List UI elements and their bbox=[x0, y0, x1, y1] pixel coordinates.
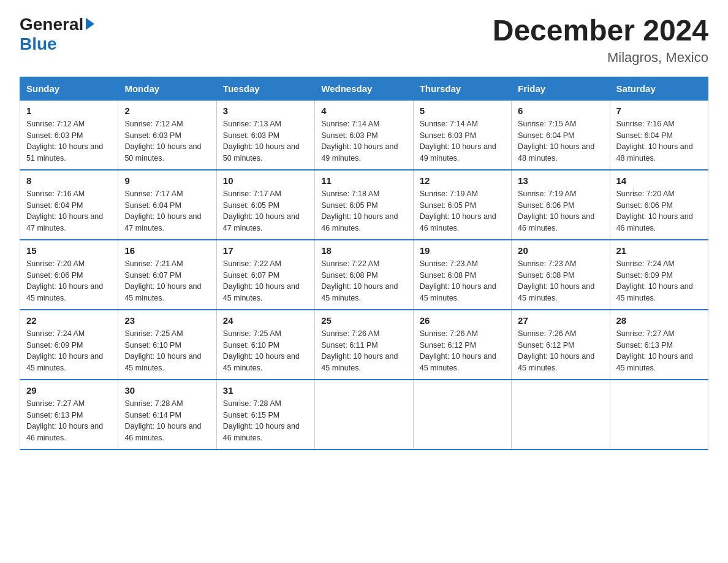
month-title: December 2024 bbox=[493, 15, 708, 47]
day-number: 19 bbox=[420, 245, 505, 256]
day-info: Sunrise: 7:27 AM Sunset: 6:13 PM Dayligh… bbox=[26, 398, 112, 444]
day-info: Sunrise: 7:16 AM Sunset: 6:04 PM Dayligh… bbox=[616, 118, 702, 164]
day-number: 25 bbox=[321, 315, 406, 326]
location-label: Milagros, Mexico bbox=[493, 50, 708, 66]
page-header: General Blue December 2024 Milagros, Mex… bbox=[20, 15, 708, 66]
logo: General Blue bbox=[20, 15, 94, 54]
day-number: 16 bbox=[124, 245, 210, 256]
day-info: Sunrise: 7:20 AM Sunset: 6:06 PM Dayligh… bbox=[26, 258, 112, 304]
day-number: 9 bbox=[124, 175, 210, 186]
day-number: 7 bbox=[616, 105, 702, 116]
calendar-cell: 1 Sunrise: 7:12 AM Sunset: 6:03 PM Dayli… bbox=[20, 100, 118, 170]
logo-blue: Blue bbox=[20, 34, 57, 54]
calendar-cell: 9 Sunrise: 7:17 AM Sunset: 6:04 PM Dayli… bbox=[118, 170, 216, 240]
day-info: Sunrise: 7:16 AM Sunset: 6:04 PM Dayligh… bbox=[26, 188, 112, 234]
calendar-week-1: 1 Sunrise: 7:12 AM Sunset: 6:03 PM Dayli… bbox=[20, 100, 708, 170]
day-info: Sunrise: 7:22 AM Sunset: 6:07 PM Dayligh… bbox=[223, 258, 308, 304]
day-number: 11 bbox=[321, 175, 406, 186]
calendar-cell: 19 Sunrise: 7:23 AM Sunset: 6:08 PM Dayl… bbox=[413, 240, 511, 310]
calendar-cell: 22 Sunrise: 7:24 AM Sunset: 6:09 PM Dayl… bbox=[20, 310, 118, 380]
calendar-cell bbox=[512, 380, 610, 450]
calendar-cell bbox=[315, 380, 413, 450]
calendar-cell: 8 Sunrise: 7:16 AM Sunset: 6:04 PM Dayli… bbox=[20, 170, 118, 240]
day-number: 8 bbox=[26, 175, 112, 186]
calendar-cell: 3 Sunrise: 7:13 AM Sunset: 6:03 PM Dayli… bbox=[216, 100, 314, 170]
day-info: Sunrise: 7:15 AM Sunset: 6:04 PM Dayligh… bbox=[518, 118, 603, 164]
day-info: Sunrise: 7:12 AM Sunset: 6:03 PM Dayligh… bbox=[26, 118, 112, 164]
calendar-cell bbox=[413, 380, 511, 450]
day-number: 14 bbox=[616, 175, 702, 186]
day-number: 29 bbox=[26, 385, 112, 396]
calendar-cell: 24 Sunrise: 7:25 AM Sunset: 6:10 PM Dayl… bbox=[216, 310, 314, 380]
day-info: Sunrise: 7:27 AM Sunset: 6:13 PM Dayligh… bbox=[616, 328, 702, 374]
calendar-cell: 23 Sunrise: 7:25 AM Sunset: 6:10 PM Dayl… bbox=[118, 310, 216, 380]
calendar-header: Sunday Monday Tuesday Wednesday Thursday… bbox=[20, 77, 708, 100]
calendar-cell: 7 Sunrise: 7:16 AM Sunset: 6:04 PM Dayli… bbox=[610, 100, 708, 170]
day-number: 6 bbox=[518, 105, 603, 116]
day-info: Sunrise: 7:26 AM Sunset: 6:12 PM Dayligh… bbox=[420, 328, 505, 374]
day-info: Sunrise: 7:20 AM Sunset: 6:06 PM Dayligh… bbox=[616, 188, 702, 234]
day-info: Sunrise: 7:25 AM Sunset: 6:10 PM Dayligh… bbox=[223, 328, 308, 374]
calendar-cell: 31 Sunrise: 7:28 AM Sunset: 6:15 PM Dayl… bbox=[216, 380, 314, 450]
day-number: 4 bbox=[321, 105, 406, 116]
calendar-cell: 5 Sunrise: 7:14 AM Sunset: 6:03 PM Dayli… bbox=[413, 100, 511, 170]
day-info: Sunrise: 7:25 AM Sunset: 6:10 PM Dayligh… bbox=[124, 328, 210, 374]
day-number: 27 bbox=[518, 315, 603, 326]
day-number: 2 bbox=[124, 105, 210, 116]
day-info: Sunrise: 7:24 AM Sunset: 6:09 PM Dayligh… bbox=[616, 258, 702, 304]
day-number: 23 bbox=[124, 315, 210, 326]
col-friday: Friday bbox=[512, 77, 610, 100]
day-info: Sunrise: 7:13 AM Sunset: 6:03 PM Dayligh… bbox=[223, 118, 308, 164]
day-info: Sunrise: 7:14 AM Sunset: 6:03 PM Dayligh… bbox=[420, 118, 505, 164]
day-info: Sunrise: 7:28 AM Sunset: 6:14 PM Dayligh… bbox=[124, 398, 210, 444]
day-info: Sunrise: 7:18 AM Sunset: 6:05 PM Dayligh… bbox=[321, 188, 406, 234]
calendar-cell: 12 Sunrise: 7:19 AM Sunset: 6:05 PM Dayl… bbox=[413, 170, 511, 240]
calendar-week-4: 22 Sunrise: 7:24 AM Sunset: 6:09 PM Dayl… bbox=[20, 310, 708, 380]
calendar-cell: 11 Sunrise: 7:18 AM Sunset: 6:05 PM Dayl… bbox=[315, 170, 413, 240]
calendar-cell: 16 Sunrise: 7:21 AM Sunset: 6:07 PM Dayl… bbox=[118, 240, 216, 310]
day-number: 24 bbox=[223, 315, 308, 326]
day-info: Sunrise: 7:19 AM Sunset: 6:05 PM Dayligh… bbox=[420, 188, 505, 234]
day-info: Sunrise: 7:28 AM Sunset: 6:15 PM Dayligh… bbox=[223, 398, 308, 444]
col-tuesday: Tuesday bbox=[216, 77, 314, 100]
day-info: Sunrise: 7:23 AM Sunset: 6:08 PM Dayligh… bbox=[420, 258, 505, 304]
day-number: 17 bbox=[223, 245, 308, 256]
day-number: 20 bbox=[518, 245, 603, 256]
calendar-cell: 14 Sunrise: 7:20 AM Sunset: 6:06 PM Dayl… bbox=[610, 170, 708, 240]
calendar-cell: 25 Sunrise: 7:26 AM Sunset: 6:11 PM Dayl… bbox=[315, 310, 413, 380]
calendar-cell: 4 Sunrise: 7:14 AM Sunset: 6:03 PM Dayli… bbox=[315, 100, 413, 170]
calendar-week-5: 29 Sunrise: 7:27 AM Sunset: 6:13 PM Dayl… bbox=[20, 380, 708, 450]
day-number: 18 bbox=[321, 245, 406, 256]
calendar-cell bbox=[610, 380, 708, 450]
day-number: 5 bbox=[420, 105, 505, 116]
logo-general: General bbox=[20, 15, 83, 34]
header-row: Sunday Monday Tuesday Wednesday Thursday… bbox=[20, 77, 708, 100]
col-saturday: Saturday bbox=[610, 77, 708, 100]
calendar-cell: 10 Sunrise: 7:17 AM Sunset: 6:05 PM Dayl… bbox=[216, 170, 314, 240]
col-thursday: Thursday bbox=[413, 77, 511, 100]
calendar-table: Sunday Monday Tuesday Wednesday Thursday… bbox=[20, 77, 708, 450]
day-info: Sunrise: 7:22 AM Sunset: 6:08 PM Dayligh… bbox=[321, 258, 406, 304]
calendar-cell: 17 Sunrise: 7:22 AM Sunset: 6:07 PM Dayl… bbox=[216, 240, 314, 310]
day-info: Sunrise: 7:26 AM Sunset: 6:12 PM Dayligh… bbox=[518, 328, 603, 374]
day-info: Sunrise: 7:17 AM Sunset: 6:04 PM Dayligh… bbox=[124, 188, 210, 234]
col-monday: Monday bbox=[118, 77, 216, 100]
day-info: Sunrise: 7:24 AM Sunset: 6:09 PM Dayligh… bbox=[26, 328, 112, 374]
calendar-cell: 21 Sunrise: 7:24 AM Sunset: 6:09 PM Dayl… bbox=[610, 240, 708, 310]
day-info: Sunrise: 7:26 AM Sunset: 6:11 PM Dayligh… bbox=[321, 328, 406, 374]
calendar-week-3: 15 Sunrise: 7:20 AM Sunset: 6:06 PM Dayl… bbox=[20, 240, 708, 310]
day-number: 10 bbox=[223, 175, 308, 186]
calendar-cell: 27 Sunrise: 7:26 AM Sunset: 6:12 PM Dayl… bbox=[512, 310, 610, 380]
calendar-cell: 20 Sunrise: 7:23 AM Sunset: 6:08 PM Dayl… bbox=[512, 240, 610, 310]
day-number: 30 bbox=[124, 385, 210, 396]
col-wednesday: Wednesday bbox=[315, 77, 413, 100]
day-info: Sunrise: 7:14 AM Sunset: 6:03 PM Dayligh… bbox=[321, 118, 406, 164]
day-number: 13 bbox=[518, 175, 603, 186]
day-info: Sunrise: 7:17 AM Sunset: 6:05 PM Dayligh… bbox=[223, 188, 308, 234]
calendar-cell: 28 Sunrise: 7:27 AM Sunset: 6:13 PM Dayl… bbox=[610, 310, 708, 380]
calendar-cell: 15 Sunrise: 7:20 AM Sunset: 6:06 PM Dayl… bbox=[20, 240, 118, 310]
day-info: Sunrise: 7:21 AM Sunset: 6:07 PM Dayligh… bbox=[124, 258, 210, 304]
day-number: 31 bbox=[223, 385, 308, 396]
day-info: Sunrise: 7:19 AM Sunset: 6:06 PM Dayligh… bbox=[518, 188, 603, 234]
day-number: 22 bbox=[26, 315, 112, 326]
